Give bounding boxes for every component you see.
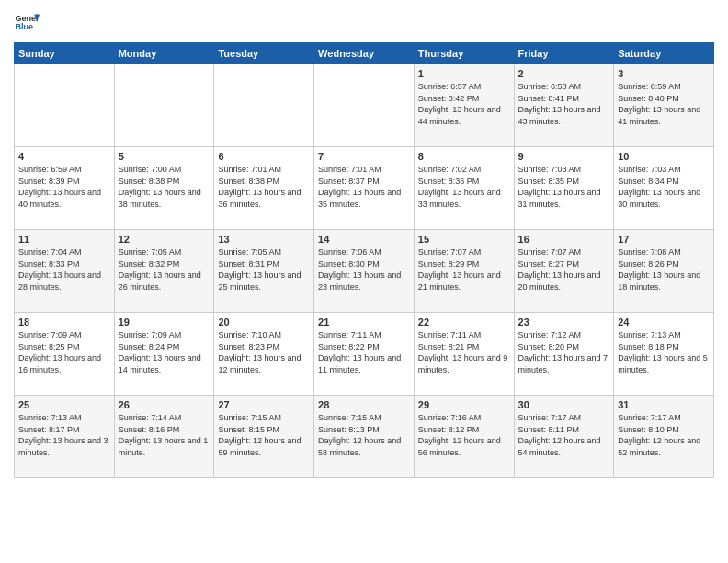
calendar-cell: 12Sunrise: 7:05 AMSunset: 8:32 PMDayligh…	[114, 230, 214, 313]
day-number: 14	[318, 234, 410, 245]
calendar-cell: 5Sunrise: 7:00 AMSunset: 8:38 PMDaylight…	[114, 147, 214, 230]
calendar-cell: 2Sunrise: 6:58 AMSunset: 8:41 PMDaylight…	[514, 64, 614, 147]
calendar-cell	[214, 64, 314, 147]
day-info: Sunrise: 7:07 AMSunset: 8:27 PMDaylight:…	[518, 247, 610, 293]
day-info: Sunrise: 7:17 AMSunset: 8:10 PMDaylight:…	[618, 412, 710, 458]
calendar-cell: 29Sunrise: 7:16 AMSunset: 8:12 PMDayligh…	[414, 396, 514, 478]
weekday-header-monday: Monday	[114, 43, 214, 64]
day-number: 3	[618, 68, 710, 79]
day-info: Sunrise: 7:13 AMSunset: 8:18 PMDaylight:…	[618, 329, 710, 375]
day-number: 31	[618, 399, 710, 410]
day-number: 8	[418, 151, 510, 162]
calendar-cell: 6Sunrise: 7:01 AMSunset: 8:38 PMDaylight…	[214, 147, 314, 230]
calendar-week-row: 25Sunrise: 7:13 AMSunset: 8:17 PMDayligh…	[15, 396, 714, 478]
calendar-cell: 4Sunrise: 6:59 AMSunset: 8:39 PMDaylight…	[15, 147, 115, 230]
weekday-header-thursday: Thursday	[414, 43, 514, 64]
day-number: 30	[518, 399, 610, 410]
calendar-cell: 31Sunrise: 7:17 AMSunset: 8:10 PMDayligh…	[614, 396, 714, 478]
day-info: Sunrise: 7:11 AMSunset: 8:22 PMDaylight:…	[318, 329, 410, 375]
day-info: Sunrise: 7:17 AMSunset: 8:11 PMDaylight:…	[518, 412, 610, 458]
calendar-cell: 18Sunrise: 7:09 AMSunset: 8:25 PMDayligh…	[15, 313, 115, 396]
calendar-cell: 22Sunrise: 7:11 AMSunset: 8:21 PMDayligh…	[414, 313, 514, 396]
day-info: Sunrise: 7:06 AMSunset: 8:30 PMDaylight:…	[318, 247, 410, 293]
day-number: 20	[218, 316, 310, 327]
calendar-cell: 13Sunrise: 7:05 AMSunset: 8:31 PMDayligh…	[214, 230, 314, 313]
day-info: Sunrise: 7:01 AMSunset: 8:37 PMDaylight:…	[318, 164, 410, 210]
day-number: 28	[318, 399, 410, 410]
day-info: Sunrise: 7:11 AMSunset: 8:21 PMDaylight:…	[418, 329, 510, 375]
day-number: 19	[119, 316, 210, 327]
calendar-cell: 15Sunrise: 7:07 AMSunset: 8:29 PMDayligh…	[414, 230, 514, 313]
calendar-cell: 14Sunrise: 7:06 AMSunset: 8:30 PMDayligh…	[314, 230, 415, 313]
day-info: Sunrise: 7:00 AMSunset: 8:38 PMDaylight:…	[119, 164, 210, 210]
day-info: Sunrise: 7:05 AMSunset: 8:32 PMDaylight:…	[119, 247, 210, 293]
day-number: 9	[518, 151, 610, 162]
calendar-cell: 7Sunrise: 7:01 AMSunset: 8:37 PMDaylight…	[314, 147, 415, 230]
day-number: 16	[518, 234, 610, 245]
page-header: General Blue	[14, 9, 714, 35]
calendar-cell: 19Sunrise: 7:09 AMSunset: 8:24 PMDayligh…	[114, 313, 214, 396]
day-info: Sunrise: 7:15 AMSunset: 8:13 PMDaylight:…	[318, 412, 410, 458]
day-number: 7	[318, 151, 410, 162]
day-info: Sunrise: 6:59 AMSunset: 8:39 PMDaylight:…	[18, 164, 110, 210]
calendar-cell: 9Sunrise: 7:03 AMSunset: 8:35 PMDaylight…	[514, 147, 614, 230]
calendar-cell: 20Sunrise: 7:10 AMSunset: 8:23 PMDayligh…	[214, 313, 314, 396]
calendar-table: SundayMondayTuesdayWednesdayThursdayFrid…	[14, 42, 714, 478]
day-number: 25	[18, 399, 110, 410]
svg-text:Blue: Blue	[15, 22, 33, 31]
day-number: 24	[618, 316, 710, 327]
calendar-cell: 25Sunrise: 7:13 AMSunset: 8:17 PMDayligh…	[15, 396, 115, 478]
day-info: Sunrise: 7:16 AMSunset: 8:12 PMDaylight:…	[418, 412, 510, 458]
calendar-cell: 26Sunrise: 7:14 AMSunset: 8:16 PMDayligh…	[114, 396, 214, 478]
weekday-header-tuesday: Tuesday	[214, 43, 314, 64]
calendar-cell	[15, 64, 115, 147]
day-number: 10	[618, 151, 710, 162]
calendar-cell: 8Sunrise: 7:02 AMSunset: 8:36 PMDaylight…	[414, 147, 514, 230]
day-info: Sunrise: 7:12 AMSunset: 8:20 PMDaylight:…	[518, 329, 610, 375]
day-number: 13	[218, 234, 310, 245]
calendar-cell: 30Sunrise: 7:17 AMSunset: 8:11 PMDayligh…	[514, 396, 614, 478]
calendar-cell: 27Sunrise: 7:15 AMSunset: 8:15 PMDayligh…	[214, 396, 314, 478]
day-info: Sunrise: 7:13 AMSunset: 8:17 PMDaylight:…	[18, 412, 110, 458]
logo: General Blue	[14, 9, 40, 35]
calendar-cell: 24Sunrise: 7:13 AMSunset: 8:18 PMDayligh…	[614, 313, 714, 396]
weekday-header-row: SundayMondayTuesdayWednesdayThursdayFrid…	[15, 43, 714, 64]
day-info: Sunrise: 6:57 AMSunset: 8:42 PMDaylight:…	[418, 81, 510, 127]
day-number: 17	[618, 234, 710, 245]
weekday-header-friday: Friday	[514, 43, 614, 64]
day-number: 29	[418, 399, 510, 410]
calendar-cell: 3Sunrise: 6:59 AMSunset: 8:40 PMDaylight…	[614, 64, 714, 147]
weekday-header-wednesday: Wednesday	[314, 43, 415, 64]
day-info: Sunrise: 7:04 AMSunset: 8:33 PMDaylight:…	[18, 247, 110, 293]
day-info: Sunrise: 7:09 AMSunset: 8:24 PMDaylight:…	[119, 329, 210, 375]
day-number: 21	[318, 316, 410, 327]
day-number: 5	[119, 151, 210, 162]
day-number: 12	[119, 234, 210, 245]
weekday-header-saturday: Saturday	[614, 43, 714, 64]
calendar-week-row: 4Sunrise: 6:59 AMSunset: 8:39 PMDaylight…	[15, 147, 714, 230]
day-number: 11	[18, 234, 110, 245]
day-number: 22	[418, 316, 510, 327]
day-number: 27	[218, 399, 310, 410]
weekday-header-sunday: Sunday	[15, 43, 115, 64]
day-number: 18	[18, 316, 110, 327]
day-info: Sunrise: 7:09 AMSunset: 8:25 PMDaylight:…	[18, 329, 110, 375]
calendar-cell: 10Sunrise: 7:03 AMSunset: 8:34 PMDayligh…	[614, 147, 714, 230]
day-info: Sunrise: 7:01 AMSunset: 8:38 PMDaylight:…	[218, 164, 310, 210]
day-number: 1	[418, 68, 510, 79]
day-info: Sunrise: 7:07 AMSunset: 8:29 PMDaylight:…	[418, 247, 510, 293]
calendar-cell: 28Sunrise: 7:15 AMSunset: 8:13 PMDayligh…	[314, 396, 415, 478]
day-number: 6	[218, 151, 310, 162]
calendar-cell: 16Sunrise: 7:07 AMSunset: 8:27 PMDayligh…	[514, 230, 614, 313]
day-info: Sunrise: 6:59 AMSunset: 8:40 PMDaylight:…	[618, 81, 710, 127]
day-number: 15	[418, 234, 510, 245]
day-info: Sunrise: 7:08 AMSunset: 8:26 PMDaylight:…	[618, 247, 710, 293]
day-info: Sunrise: 7:02 AMSunset: 8:36 PMDaylight:…	[418, 164, 510, 210]
calendar-cell: 17Sunrise: 7:08 AMSunset: 8:26 PMDayligh…	[614, 230, 714, 313]
day-info: Sunrise: 7:05 AMSunset: 8:31 PMDaylight:…	[218, 247, 310, 293]
day-info: Sunrise: 7:03 AMSunset: 8:34 PMDaylight:…	[618, 164, 710, 210]
day-number: 4	[18, 151, 110, 162]
day-info: Sunrise: 7:10 AMSunset: 8:23 PMDaylight:…	[218, 329, 310, 375]
day-info: Sunrise: 6:58 AMSunset: 8:41 PMDaylight:…	[518, 81, 610, 127]
day-info: Sunrise: 7:15 AMSunset: 8:15 PMDaylight:…	[218, 412, 310, 458]
